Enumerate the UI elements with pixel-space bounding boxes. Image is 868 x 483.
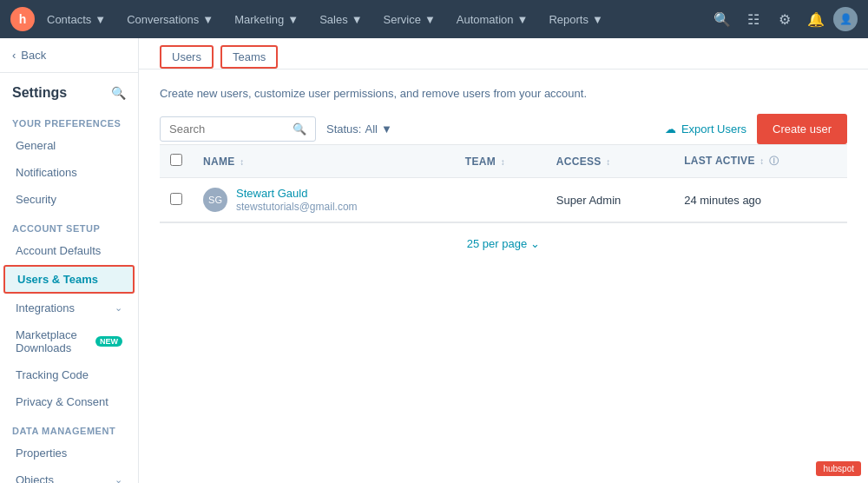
per-page-chevron-icon: ⌄ — [530, 237, 540, 250]
status-filter[interactable]: Status: All ▼ — [326, 122, 392, 136]
apps-icon[interactable]: ☷ — [740, 5, 767, 33]
td-access: Super Admin — [546, 178, 674, 222]
th-name: NAME ↕ — [193, 145, 455, 178]
svg-text:h: h — [19, 12, 27, 26]
status-dropdown-icon: ▼ — [381, 122, 392, 136]
td-last-active: 24 minutes ago — [674, 178, 847, 222]
back-arrow-icon: ‹ — [12, 49, 16, 62]
search-input[interactable] — [169, 122, 293, 136]
pagination-row: 25 per page ⌄ — [160, 222, 847, 264]
select-all-checkbox[interactable] — [170, 154, 182, 166]
sidebar-item-security[interactable]: Security — [3, 187, 135, 212]
section-your-preferences: Your Preferences — [0, 108, 138, 132]
sidebar-search-icon[interactable]: 🔍 — [111, 86, 126, 100]
th-team: TEAM ↕ — [455, 145, 546, 178]
nav-conversations[interactable]: Conversations ▼ — [118, 8, 222, 31]
search-box[interactable]: 🔍 — [160, 116, 316, 142]
th-access: ACCESS ↕ — [546, 145, 674, 178]
nav-automation[interactable]: Automation ▼ — [448, 8, 537, 31]
upload-icon: ☁ — [665, 122, 676, 136]
sidebar: ‹ Back Settings 🔍 Your Preferences Gener… — [0, 38, 139, 483]
search-icon[interactable]: 🔍 — [708, 5, 736, 33]
sidebar-item-integrations[interactable]: Integrations ⌄ — [3, 295, 135, 321]
team-sort-icon[interactable]: ↕ — [501, 157, 505, 167]
nav-contacts[interactable]: Contacts ▼ — [38, 8, 115, 31]
table-row: SG Stewart Gauld stewstutorials@gmail.co… — [160, 178, 847, 222]
nav-marketing[interactable]: Marketing ▼ — [226, 8, 307, 31]
integrations-chevron-icon: ⌄ — [115, 302, 122, 314]
sidebar-item-account-defaults[interactable]: Account Defaults — [3, 238, 135, 263]
sidebar-title: Settings — [12, 85, 67, 101]
access-sort-icon[interactable]: ↕ — [606, 157, 610, 167]
settings-icon[interactable]: ⚙ — [771, 5, 799, 33]
user-info: SG Stewart Gauld stewstutorials@gmail.co… — [203, 187, 444, 213]
page-description: Create new users, customize user permiss… — [160, 87, 847, 100]
name-sort-icon[interactable]: ↕ — [240, 157, 244, 167]
nav-reports[interactable]: Reports ▼ — [540, 8, 611, 31]
td-name: SG Stewart Gauld stewstutorials@gmail.co… — [193, 178, 455, 222]
tab-bar: Users Teams — [139, 38, 868, 69]
user-name[interactable]: Stewart Gauld — [236, 187, 358, 200]
hubspot-logo[interactable]: h — [10, 7, 35, 31]
sidebar-item-general[interactable]: General — [3, 133, 135, 158]
th-last-active: LAST ACTIVE ↕ ⓘ — [674, 145, 847, 178]
main-content: Users Teams Create new users, customize … — [139, 38, 868, 483]
new-badge: NEW — [95, 336, 122, 347]
toolbar-right: ☁ Export Users Create user — [665, 114, 847, 144]
user-avatar-initials: SG — [203, 188, 227, 212]
hubspot-badge[interactable]: hubspot — [816, 461, 861, 476]
nav-sales[interactable]: Sales ▼ — [311, 8, 371, 31]
users-table: NAME ↕ TEAM ↕ ACCESS ↕ LAST ACTIVE — [160, 144, 847, 222]
toolbar: 🔍 Status: All ▼ ☁ Export Users Create us… — [160, 114, 847, 144]
content-area: Create new users, customize user permiss… — [139, 69, 868, 281]
last-active-sort-icon[interactable]: ↕ — [760, 156, 764, 166]
section-account-setup: Account Setup — [0, 213, 138, 237]
top-navigation: h Contacts ▼ Conversations ▼ Marketing ▼… — [0, 0, 868, 38]
sidebar-item-privacy-consent[interactable]: Privacy & Consent — [3, 389, 135, 414]
nav-service[interactable]: Service ▼ — [375, 8, 444, 31]
th-checkbox — [160, 145, 193, 178]
notifications-icon[interactable]: 🔔 — [802, 5, 830, 33]
search-icon: 🔍 — [293, 122, 306, 136]
objects-chevron-icon: ⌄ — [115, 474, 122, 483]
export-users-button[interactable]: ☁ Export Users — [665, 122, 746, 136]
user-avatar[interactable]: 👤 — [833, 7, 858, 31]
last-active-info-icon[interactable]: ⓘ — [769, 155, 779, 166]
tab-users[interactable]: Users — [160, 45, 214, 69]
sidebar-item-users-teams[interactable]: Users & Teams — [3, 265, 135, 294]
per-page-select[interactable]: 25 per page ⌄ — [467, 237, 540, 250]
section-data-management: Data Management — [0, 415, 138, 440]
sidebar-item-objects[interactable]: Objects ⌄ — [3, 467, 135, 483]
sidebar-item-notifications[interactable]: Notifications — [3, 160, 135, 185]
td-team — [455, 178, 546, 222]
app-layout: ‹ Back Settings 🔍 Your Preferences Gener… — [0, 38, 868, 483]
sidebar-header: Settings 🔍 — [0, 73, 138, 108]
sidebar-item-properties[interactable]: Properties — [3, 440, 135, 466]
back-button[interactable]: ‹ Back — [0, 38, 138, 73]
create-user-button[interactable]: Create user — [757, 114, 847, 144]
sidebar-item-marketplace-downloads[interactable]: Marketplace Downloads NEW — [3, 322, 135, 361]
sidebar-item-tracking-code[interactable]: Tracking Code — [3, 362, 135, 387]
tab-teams[interactable]: Teams — [220, 45, 278, 69]
user-email: stewstutorials@gmail.com — [236, 201, 358, 213]
row-checkbox[interactable] — [170, 193, 182, 205]
